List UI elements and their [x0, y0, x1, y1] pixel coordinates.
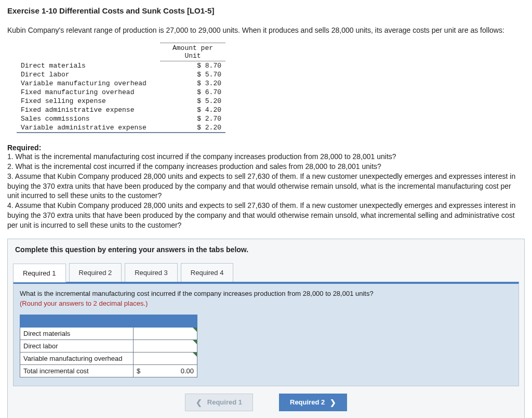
required-heading: Required:	[7, 143, 525, 152]
required-item: 3. Assume that Kubin Company produced 28…	[7, 172, 525, 201]
answer-input-direct-labor[interactable]	[134, 339, 197, 352]
answer-row-label: Direct materials	[20, 327, 134, 339]
answer-panel: Complete this question by entering your …	[7, 239, 525, 418]
cost-row-amount: $ 5.20	[160, 97, 225, 106]
cost-table-header: Amount per Unit	[160, 43, 225, 61]
tabs: Required 1 Required 2 Required 3 Require…	[8, 263, 524, 282]
cost-row-amount: $ 8.70	[160, 61, 225, 70]
tab-required-2[interactable]: Required 2	[69, 263, 122, 282]
cost-row-label: Sales commissions	[17, 114, 160, 123]
nav-buttons: ❮ Required 1 Required 2 ❯	[8, 394, 524, 418]
exercise-title: Exercise 1-10 Differential Costs and Sun…	[7, 6, 525, 15]
tab-required-1[interactable]: Required 1	[13, 264, 66, 282]
tab-question: What is the incremental manufacturing co…	[20, 289, 512, 298]
cost-row-amount: $ 3.20	[160, 79, 225, 88]
cost-row-label: Variable manufacturing overhead	[17, 79, 160, 88]
cost-row-amount: $ 4.20	[160, 106, 225, 114]
required-item: 1. What is the incremental manufacturing…	[7, 152, 525, 162]
chevron-right-icon: ❯	[330, 398, 336, 407]
tab-required-3[interactable]: Required 3	[125, 263, 178, 282]
cost-row-label: Variable administrative expense	[17, 123, 160, 133]
answer-input-variable-overhead[interactable]	[134, 352, 197, 364]
answer-row-label: Total incremental cost	[20, 364, 134, 377]
cost-row-label: Fixed manufacturing overhead	[17, 88, 160, 97]
cost-per-unit-table: Amount per Unit Direct materials$ 8.70 D…	[17, 43, 225, 134]
cost-row-amount: $ 5.70	[160, 70, 225, 79]
cost-row-label: Fixed selling expense	[17, 97, 160, 106]
tab-required-4[interactable]: Required 4	[181, 263, 234, 282]
cost-row-amount: $ 6.70	[160, 88, 225, 97]
currency-symbol: $	[137, 367, 140, 375]
cost-row-amount: $ 2.20	[160, 123, 225, 133]
required-item: 2. What is the incremental cost incurred…	[7, 162, 525, 172]
cost-row-label: Fixed administrative expense	[17, 106, 160, 114]
cost-row-label: Direct materials	[17, 61, 160, 70]
required-item: 4. Assume that Kubin Company produced 28…	[7, 201, 525, 230]
rounding-note: (Round your answers to 2 decimal places.…	[20, 299, 512, 307]
answer-row-label: Variable manufacturing overhead	[20, 352, 134, 364]
answer-total-cell: $ 0.00	[134, 364, 197, 377]
prev-button: ❮ Required 1	[185, 394, 253, 411]
answer-input-direct-materials[interactable]	[134, 327, 197, 339]
tab-content-required-1: What is the incremental manufacturing co…	[13, 282, 519, 386]
cost-row-label: Direct labor	[17, 70, 160, 79]
answer-total-value: 0.00	[181, 367, 194, 375]
required-list: 1. What is the incremental manufacturing…	[7, 152, 525, 230]
cost-row-amount: $ 2.70	[160, 114, 225, 123]
answer-table: Direct materials Direct labor Variable m…	[20, 315, 197, 377]
chevron-left-icon: ❮	[196, 398, 202, 407]
answer-row-label: Direct labor	[20, 339, 134, 352]
instructions: Complete this question by entering your …	[8, 239, 524, 260]
intro-text: Kubin Company's relevant range of produc…	[7, 25, 525, 35]
next-button[interactable]: Required 2 ❯	[279, 394, 347, 411]
